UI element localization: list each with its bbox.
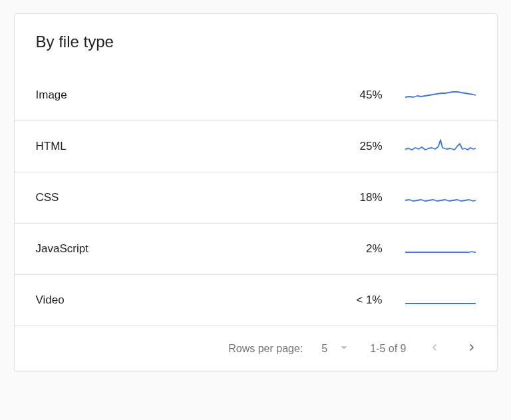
pagination-footer: Rows per page: 5 1-5 of 9 bbox=[15, 326, 497, 371]
data-rows: Image 45% HTML 25% CSS 18% bbox=[15, 66, 497, 326]
row-value: < 1% bbox=[323, 294, 383, 307]
card-title: By file type bbox=[36, 33, 476, 51]
chevron-left-icon bbox=[429, 342, 440, 355]
rows-per-page-value: 5 bbox=[321, 343, 327, 355]
row-label: Video bbox=[36, 294, 323, 307]
sparkline-cell bbox=[383, 291, 476, 310]
next-page-button[interactable] bbox=[462, 338, 481, 359]
table-row[interactable]: JavaScript 2% bbox=[15, 224, 497, 275]
file-type-card: By file type Image 45% HTML 25% CSS 18% bbox=[14, 13, 498, 371]
row-label: Image bbox=[36, 89, 323, 102]
table-row[interactable]: Image 45% bbox=[15, 73, 497, 121]
chevron-right-icon bbox=[466, 342, 477, 355]
row-value: 2% bbox=[323, 242, 383, 256]
row-label: JavaScript bbox=[36, 242, 323, 256]
sparkline-icon bbox=[405, 188, 476, 207]
sparkline-icon bbox=[405, 86, 476, 105]
table-row[interactable]: HTML 25% bbox=[15, 121, 497, 172]
sparkline-cell bbox=[383, 240, 476, 258]
sparkline-icon bbox=[405, 291, 476, 310]
rows-per-page-label: Rows per page: bbox=[228, 343, 303, 355]
pagination-range: 1-5 of 9 bbox=[370, 343, 406, 355]
sparkline-icon bbox=[405, 137, 476, 156]
row-label: CSS bbox=[36, 191, 323, 204]
row-label: HTML bbox=[36, 140, 323, 153]
prev-page-button[interactable] bbox=[425, 338, 444, 359]
sparkline-cell bbox=[383, 86, 476, 105]
row-value: 18% bbox=[323, 191, 383, 204]
dropdown-icon bbox=[337, 340, 351, 357]
card-header: By file type bbox=[15, 14, 497, 66]
row-value: 45% bbox=[323, 89, 383, 102]
table-row[interactable]: CSS 18% bbox=[15, 172, 497, 224]
sparkline-icon bbox=[405, 240, 476, 258]
sparkline-cell bbox=[383, 137, 476, 156]
table-row[interactable]: Video < 1% bbox=[15, 275, 497, 326]
sparkline-cell bbox=[383, 188, 476, 207]
rows-per-page-select[interactable]: 5 bbox=[321, 340, 351, 357]
row-value: 25% bbox=[323, 140, 383, 153]
